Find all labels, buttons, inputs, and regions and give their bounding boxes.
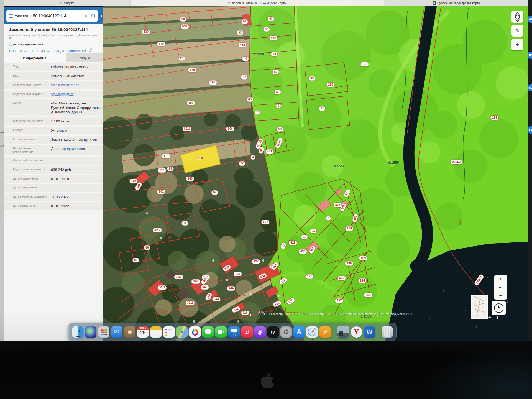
- dock-yandex-icon[interactable]: [351, 326, 362, 338]
- parcel-label[interactable]: 32/1: [185, 300, 195, 305]
- parcel-label[interactable]: 9: [276, 103, 281, 108]
- favorite-star-icon[interactable]: ☆: [89, 46, 93, 51]
- parcel-label[interactable]: 93: [263, 27, 270, 32]
- parcel-label[interactable]: 294: [364, 293, 372, 297]
- dock-contacts-icon[interactable]: [124, 326, 135, 338]
- tab-cadastral-map[interactable]: R Публичная кадастровая карта: [384, 0, 528, 6]
- zoom-to-parcel-icon[interactable]: [81, 46, 85, 50]
- dock-launchpad-icon[interactable]: [98, 326, 109, 338]
- search-category-dropdown[interactable]: Участки: [15, 14, 28, 18]
- parcel-label[interactable]: 144: [227, 286, 235, 291]
- parcel-label[interactable]: 44: [271, 52, 278, 56]
- dock-photos-icon[interactable]: [189, 326, 201, 338]
- dock-reminders-icon[interactable]: [163, 326, 175, 338]
- dock-calendar-icon[interactable]: ИЮНЬ25: [137, 326, 149, 338]
- dock-finder-icon[interactable]: [72, 326, 83, 338]
- parcel-label[interactable]: 199: [490, 115, 499, 120]
- parcel-label[interactable]: 23062: [451, 160, 462, 164]
- parcel-label[interactable]: 433: [299, 249, 307, 254]
- locate-button[interactable]: ✦: [511, 39, 523, 50]
- selected-parcel-label[interactable]: 114: [196, 156, 204, 161]
- parcel-label[interactable]: 537: [261, 220, 270, 224]
- fullscreen-icon[interactable]: [494, 316, 498, 319]
- dock-appstore-icon[interactable]: [293, 326, 305, 338]
- compass-button[interactable]: [492, 301, 506, 315]
- zoom-level-button[interactable]: •••: [494, 283, 507, 292]
- parcel-label[interactable]: 62: [241, 75, 248, 80]
- zoom-in-button[interactable]: +: [494, 275, 507, 283]
- parcel-label[interactable]: 93: [237, 30, 243, 35]
- dock-maps-icon[interactable]: [176, 326, 188, 338]
- parcel-label[interactable]: 105: [209, 80, 217, 85]
- parcel-label[interactable]: 81: [319, 106, 326, 111]
- crosshair-icon[interactable]: ✦: [488, 315, 491, 319]
- parcel-label[interactable]: 11: [181, 221, 188, 226]
- parcel-label[interactable]: 144: [234, 272, 242, 276]
- parcel-label[interactable]: 112: [129, 179, 138, 183]
- measure-button[interactable]: ✎: [511, 25, 523, 37]
- dock-trash-icon[interactable]: [382, 326, 393, 338]
- dock-notes-icon[interactable]: [150, 326, 162, 338]
- parcel-label[interactable]: 169: [326, 82, 335, 87]
- parcel-label[interactable]: 93: [241, 19, 248, 24]
- dock-mail-icon[interactable]: [111, 326, 122, 338]
- parcel-label[interactable]: 79: [167, 166, 174, 171]
- parcel-label[interactable]: 189: [359, 256, 367, 260]
- parcel-label[interactable]: 537: [335, 298, 343, 303]
- parcel-label[interactable]: 143: [186, 176, 194, 181]
- collapse-panel-icon[interactable]: ‹: [101, 13, 102, 19]
- parcel-label[interactable]: 99: [309, 76, 315, 81]
- parcel-label[interactable]: 44: [242, 56, 249, 61]
- parcel-label[interactable]: 539: [142, 29, 150, 34]
- layers-button[interactable]: [511, 11, 523, 23]
- parcel-label[interactable]: 171: [305, 274, 314, 279]
- parcel-label[interactable]: 118: [162, 154, 170, 158]
- dock-safari-icon[interactable]: [306, 326, 318, 338]
- parcel-label[interactable]: 82/2: [153, 228, 162, 232]
- parcel-label[interactable]: 35: [310, 229, 317, 233]
- card-link[interactable]: План КК: [32, 49, 50, 53]
- clear-search-icon[interactable]: ×: [85, 14, 87, 18]
- parcel-label[interactable]: 168: [345, 226, 354, 231]
- dock-siri-icon[interactable]: [85, 326, 96, 338]
- tab-yandex-maps[interactable]: Я Деревня Гомнино, 21 — Яндекс Карты: [131, 0, 384, 6]
- zoom-out-button[interactable]: −: [494, 291, 507, 300]
- dock-facetime-icon[interactable]: [215, 326, 227, 338]
- parcel-label[interactable]: 190: [345, 261, 353, 266]
- parcel-label[interactable]: 106: [226, 126, 234, 131]
- home-icon[interactable]: ⌂: [484, 315, 486, 319]
- tab-information[interactable]: Информация: [4, 53, 66, 62]
- info-row-value[interactable]: 50:19:0040127:114: [48, 83, 101, 88]
- parcel-label[interactable]: 62: [272, 70, 279, 74]
- parcel-label[interactable]: 170: [188, 68, 196, 72]
- parcel-label[interactable]: 544: [212, 297, 221, 301]
- parcel-label[interactable]: 101: [187, 101, 195, 105]
- parcel-label[interactable]: 32/2: [174, 275, 183, 279]
- parcel-label[interactable]: 9: [255, 110, 260, 115]
- info-row-value[interactable]: 50:19:0040127: [48, 92, 101, 97]
- dock-word-icon[interactable]: [364, 326, 375, 338]
- parcel-label[interactable]: 97: [211, 190, 218, 195]
- parcel-label[interactable]: 103: [360, 62, 369, 66]
- card-link[interactable]: План ЗУ: [9, 49, 27, 53]
- parcel-label[interactable]: 536: [337, 276, 346, 280]
- map-canvas[interactable]: [103, 6, 528, 341]
- parcel-label[interactable]: 93: [268, 16, 274, 21]
- parcel-label[interactable]: 32/1: [191, 279, 200, 284]
- dock-pages-icon[interactable]: [319, 326, 331, 338]
- parcel-label[interactable]: 23: [178, 56, 185, 61]
- parcel-label[interactable]: 53: [277, 127, 283, 132]
- parcel-label[interactable]: 432: [269, 35, 278, 40]
- parcel-label[interactable]: 45: [247, 97, 253, 102]
- menu-icon[interactable]: [9, 14, 13, 17]
- tab-yandex[interactable]: Я Яндекс: [4, 0, 131, 6]
- parcel-label[interactable]: 432: [238, 42, 247, 47]
- parcel-label[interactable]: 172: [157, 42, 165, 46]
- parcel-label[interactable]: 45: [274, 90, 281, 94]
- parcel-label[interactable]: 86: [144, 245, 150, 250]
- dock-music-icon[interactable]: [241, 326, 253, 338]
- tab-services[interactable]: Услуги: [66, 53, 103, 62]
- dock-keynote-icon[interactable]: [228, 326, 240, 338]
- dock-window-icon[interactable]: [337, 326, 349, 338]
- dock-tv-icon[interactable]: [267, 326, 279, 338]
